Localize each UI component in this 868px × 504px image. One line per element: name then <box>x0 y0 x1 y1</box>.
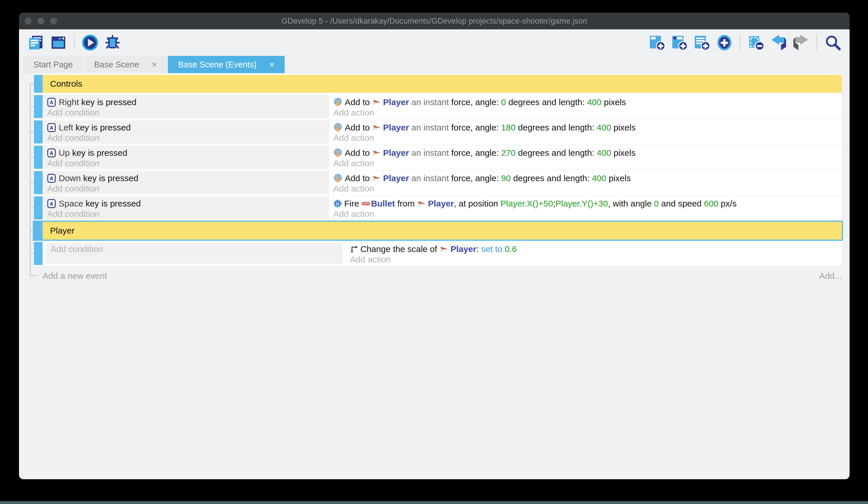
text-segment: Add to <box>345 148 372 158</box>
add-condition-button[interactable]: Add condition <box>46 244 342 254</box>
add-more-button[interactable]: Add... <box>819 271 842 281</box>
add-subevent-button[interactable] <box>671 34 688 51</box>
add-action-button[interactable]: Add action <box>350 254 842 265</box>
event-group-player[interactable]: Player <box>33 221 843 241</box>
redo-button[interactable] <box>792 34 809 51</box>
text-segment: pixels <box>606 173 631 183</box>
text-segment: key is pressed <box>85 199 141 209</box>
project-manager-button[interactable] <box>27 34 45 51</box>
project-manager-icon <box>27 34 45 51</box>
text-segment: an instant <box>409 123 451 132</box>
force-icon <box>333 123 342 132</box>
text-segment: an instant <box>409 97 451 107</box>
add-condition-button[interactable]: Add condition <box>43 133 329 143</box>
toolbar <box>19 29 850 56</box>
close-window-button[interactable] <box>25 18 32 24</box>
text-segment: ; <box>553 199 555 209</box>
text-segment: , at position <box>454 199 500 209</box>
text-segment: degrees and length: <box>506 97 587 107</box>
condition-sentence[interactable]: ADown key is pressed <box>43 173 329 183</box>
tab-base-scene-events[interactable]: Base Scene (Events)× <box>168 56 285 73</box>
condition-sentence[interactable]: ARight key is pressed <box>43 97 329 108</box>
text-segment: degrees and length: <box>515 148 597 158</box>
action-sentence[interactable]: Add to Player an instant force, angle: 9… <box>333 173 842 183</box>
add-comment-button[interactable] <box>693 34 711 51</box>
tab-label: Start Page <box>33 60 73 69</box>
action-sentence[interactable]: Add to Player an instant force, angle: 1… <box>333 122 842 133</box>
text-segment: , with angle <box>608 199 654 209</box>
action-sentence[interactable]: Add to Player an instant force, angle: 0… <box>333 97 842 108</box>
text-segment: Player <box>383 123 409 132</box>
undo-button[interactable] <box>770 34 787 51</box>
titlebar: GDevelop 5 - /Users/dkarakay/Documents/G… <box>19 13 850 29</box>
text-segment: Player <box>451 244 476 254</box>
condition-sentence[interactable]: ASpace key is pressed <box>43 199 329 209</box>
toolbar-divider <box>816 35 817 50</box>
scene-editor-button[interactable] <box>50 34 67 51</box>
keyboard-key-icon: A <box>47 199 56 208</box>
condition-sentence[interactable]: AUp key is pressed <box>43 148 329 158</box>
scale-icon <box>350 245 358 253</box>
action-sentence[interactable]: Add to Player an instant force, angle: 2… <box>333 148 842 158</box>
scene-editor-icon <box>50 34 67 51</box>
text-segment: Bullet <box>371 199 395 209</box>
add-event-button[interactable] <box>648 34 666 51</box>
toolbar-divider <box>740 35 741 50</box>
event-drag-bar <box>34 242 43 265</box>
delete-selection-button[interactable] <box>747 34 765 51</box>
tab-base-scene[interactable]: Base Scene× <box>84 56 167 73</box>
add-condition-button[interactable]: Add condition <box>43 209 329 219</box>
tab-label: Base Scene <box>94 60 139 69</box>
add-action-button[interactable]: Add action <box>333 133 842 143</box>
add-condition-button[interactable]: Add condition <box>43 158 329 169</box>
add-comment-icon <box>693 34 711 51</box>
toolbar-right-group <box>646 34 844 51</box>
zoom-window-button[interactable] <box>50 18 57 24</box>
svg-text:G: G <box>336 201 339 206</box>
text-segment: 400 <box>587 97 601 107</box>
action-sentence[interactable]: GFire Bullet from Player, at position Pl… <box>333 199 842 209</box>
action-sentence[interactable]: Change the scale of Player: set to 0.6 <box>350 244 842 254</box>
add-new-event-button[interactable]: Add a new event <box>43 271 107 281</box>
event-row: ADown key is pressedAdd conditionAdd to … <box>34 170 842 195</box>
minimize-window-button[interactable] <box>38 18 44 24</box>
text-segment: 400 <box>592 173 606 183</box>
player-icon <box>372 150 381 157</box>
text-segment: key is pressed <box>72 148 127 158</box>
add-action-button[interactable]: Add action <box>333 108 842 118</box>
text-segment: Change the scale of <box>360 244 440 254</box>
search-button[interactable] <box>824 34 841 51</box>
add-condition-button[interactable]: Add condition <box>43 183 329 194</box>
close-tab-icon[interactable]: × <box>152 60 157 69</box>
debug-button[interactable] <box>104 34 121 51</box>
event-row: AUp key is pressedAdd conditionAdd to Pl… <box>34 144 842 170</box>
extension-icon: G <box>333 199 342 208</box>
condition-sentence[interactable]: ALeft key is pressed <box>43 122 329 133</box>
text-segment: key is pressed <box>81 97 136 107</box>
conditions-cell: ARight key is pressedAdd condition <box>43 95 329 118</box>
conditions-cell: AUp key is pressedAdd condition <box>43 146 329 169</box>
close-tab-icon[interactable]: × <box>269 60 274 69</box>
text-segment: 0 <box>654 199 659 209</box>
text-segment: 90 <box>501 173 510 183</box>
force-icon <box>333 174 342 183</box>
text-segment: force, angle: <box>451 97 501 107</box>
text-segment: Up <box>59 148 72 158</box>
event-group-controls[interactable]: Controls <box>34 74 842 94</box>
redo-icon <box>792 34 809 51</box>
force-icon <box>333 148 342 158</box>
event-tree-corner <box>30 275 38 276</box>
add-action-button[interactable]: Add action <box>333 209 842 219</box>
svg-text:A: A <box>50 201 53 207</box>
preview-play-button[interactable] <box>81 34 99 51</box>
text-segment: force, angle: <box>451 173 501 183</box>
add-action-button[interactable]: Add action <box>333 183 842 194</box>
add-other-event-button[interactable] <box>716 34 733 51</box>
text-segment: an instant <box>409 148 451 158</box>
actions-cell: Add to Player an instant force, angle: 9… <box>329 171 842 194</box>
add-condition-button[interactable]: Add condition <box>43 108 329 118</box>
text-segment: and speed <box>659 199 704 209</box>
add-action-button[interactable]: Add action <box>333 158 842 169</box>
tab-start-page[interactable]: Start Page <box>23 56 83 73</box>
text-segment: degrees and length: <box>511 173 592 183</box>
